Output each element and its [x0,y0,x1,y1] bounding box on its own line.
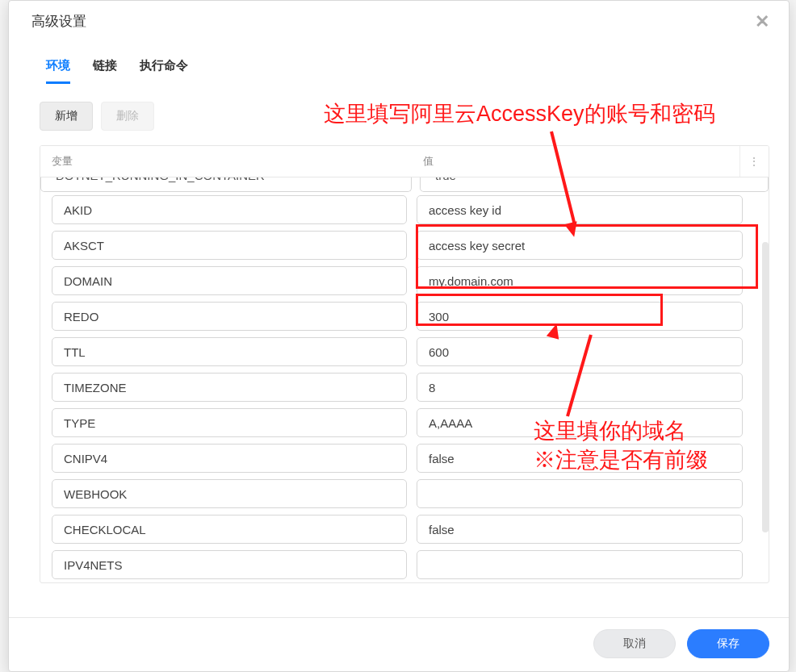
table-row: WEBHOOK [40,476,757,511]
cell-value[interactable]: access key id [417,195,743,224]
table-header-menu-icon[interactable]: ⋮ [739,146,769,177]
cell-val[interactable]: true [420,177,769,192]
table-row: AKSCTaccess key secret [40,227,757,263]
cell-variable[interactable]: TTL [52,337,407,366]
cell-variable[interactable]: DOMAIN [52,266,407,295]
cell-variable[interactable]: IPV4NETS [52,550,407,579]
cell-variable[interactable]: CNIPV4 [52,444,407,473]
cell-var[interactable]: DOTNET_RUNNING_IN_CONTAINER [40,177,412,192]
annotation-bottom-line2: ※注意是否有前缀 [534,448,708,472]
cell-value[interactable]: 600 [417,337,743,366]
dialog-title: 高级设置 [31,12,86,31]
save-button[interactable]: 保存 [687,629,769,658]
table-row: AKIDaccess key id [40,192,757,227]
cell-variable[interactable]: TYPE [52,408,407,437]
delete-button: 删除 [101,102,154,131]
annotation-bottom-line1: 这里填你的域名 [534,419,686,443]
th-variable: 变量 [40,146,412,177]
th-value: 值 [412,146,739,177]
cell-value[interactable]: my.domain.com [417,266,743,295]
tab-environment[interactable]: 环境 [46,58,70,84]
tabs: 环境 链接 执行命令 [9,40,789,84]
table-row: CHECKLOCALfalse [40,511,757,547]
cell-value[interactable] [417,550,743,579]
dialog-footer: 取消 保存 [9,617,789,671]
annotation-bottom-text: 这里填你的域名 ※注意是否有前缀 [534,416,708,475]
table-row-cut: DOTNET_RUNNING_IN_CONTAINER true [40,177,769,192]
scrollbar-thumb[interactable] [762,242,769,532]
advanced-settings-dialog: 高级设置 ✕ 环境 链接 执行命令 新增 删除 变量 值 ⋮ DOTNET_RU… [8,0,790,672]
table-row: REDO300 [40,298,757,334]
cell-value[interactable]: 300 [417,302,743,331]
cell-variable[interactable]: WEBHOOK [52,479,407,508]
tab-exec-command[interactable]: 执行命令 [140,58,188,84]
cell-variable[interactable]: REDO [52,302,407,331]
cell-variable[interactable]: TIMEZONE [52,373,407,402]
cell-value[interactable] [417,479,743,508]
dialog-header: 高级设置 ✕ [9,1,789,40]
table-row: DOMAINmy.domain.com [40,263,757,298]
cell-variable[interactable]: AKSCT [52,231,407,260]
close-icon[interactable]: ✕ [755,13,769,31]
table-row: IPV4NETS [40,547,757,582]
tab-links[interactable]: 链接 [93,58,117,84]
env-table: 变量 值 ⋮ DOTNET_RUNNING_IN_CONTAINER true … [40,145,769,583]
cancel-button[interactable]: 取消 [593,629,676,658]
cell-variable[interactable]: CHECKLOCAL [52,515,407,544]
cell-variable[interactable]: AKID [52,195,407,224]
env-table-header: 变量 值 ⋮ [40,146,769,177]
table-row: TTL600 [40,334,757,369]
env-table-body: DOTNET_RUNNING_IN_CONTAINER true AKIDacc… [40,177,769,582]
cell-value[interactable]: false [417,515,743,544]
add-button[interactable]: 新增 [40,102,93,131]
table-row: TIMEZONE8 [40,369,757,405]
annotation-top-text: 这里填写阿里云AccessKey的账号和密码 [324,99,715,128]
